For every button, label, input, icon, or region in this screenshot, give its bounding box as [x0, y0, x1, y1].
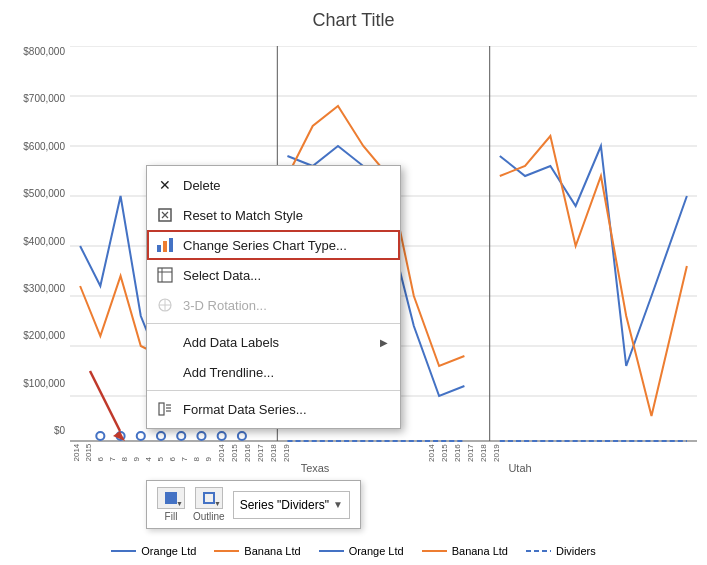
series-dropdown[interactable]: Series "Dividers" ▼	[233, 491, 350, 519]
svg-marker-20	[113, 431, 125, 441]
menu-item-delete-label: Delete	[183, 178, 221, 193]
legend-item-dividers: Dividers	[526, 545, 596, 557]
legend-item-banana-2: Banana Ltd	[422, 545, 508, 557]
3d-rotation-icon	[155, 295, 175, 315]
add-data-labels-arrow: ▶	[380, 337, 388, 348]
y-axis: $800,000 $700,000 $600,000 $500,000 $400…	[0, 36, 70, 436]
outline-button-row: ▼	[195, 487, 223, 509]
outline-group: ▼ Outline	[193, 487, 225, 522]
menu-item-reset-label: Reset to Match Style	[183, 208, 303, 223]
series-dropdown-label: Series "Dividers"	[240, 498, 329, 512]
legend-label-orange-2: Orange Ltd	[349, 545, 404, 557]
y-label-500k: $500,000	[23, 188, 65, 199]
y-label-600k: $600,000	[23, 141, 65, 152]
y-label-100k: $100,000	[23, 378, 65, 389]
series-dropdown-arrow: ▼	[333, 499, 343, 510]
menu-item-change-series-label: Change Series Chart Type...	[183, 238, 347, 253]
red-arrow	[80, 366, 130, 449]
legend-item-banana-1: Banana Ltd	[214, 545, 300, 557]
reset-icon	[155, 205, 175, 225]
format-series-icon	[155, 399, 175, 419]
y-label-200k: $200,000	[23, 330, 65, 341]
y-label-800k: $800,000	[23, 46, 65, 57]
menu-item-change-series[interactable]: Change Series Chart Type...	[147, 230, 400, 260]
svg-line-19	[90, 371, 120, 431]
select-data-icon	[155, 265, 175, 285]
menu-item-select-data-label: Select Data...	[183, 268, 261, 283]
svg-rect-34	[204, 493, 214, 503]
svg-rect-22	[157, 245, 161, 252]
menu-item-3d-rotation-label: 3-D Rotation...	[183, 298, 267, 313]
svg-rect-29	[159, 403, 164, 415]
legend-line-dividers	[526, 550, 551, 552]
menu-item-format-series[interactable]: Format Data Series...	[147, 394, 400, 424]
menu-item-select-data[interactable]: Select Data...	[147, 260, 400, 290]
y-label-400k: $400,000	[23, 236, 65, 247]
legend-line-orange-2	[319, 550, 344, 552]
x-axis-texas: 2014 2015 2016 2017 2018 2019 Texas	[215, 436, 415, 474]
outline-button[interactable]: ▼	[195, 487, 223, 509]
legend-label-banana-2: Banana Ltd	[452, 545, 508, 557]
legend-label-banana-1: Banana Ltd	[244, 545, 300, 557]
svg-rect-25	[158, 268, 172, 282]
trendline-icon	[155, 362, 175, 382]
legend-line-banana-2	[422, 550, 447, 552]
chart-container: Chart Title $800,000 $700,000 $600,000 $…	[0, 0, 707, 565]
fill-group: ▼ Fill	[157, 487, 185, 522]
y-label-700k: $700,000	[23, 93, 65, 104]
context-menu: ✕ Delete Reset to Match Style Change Ser…	[146, 165, 401, 429]
svg-rect-23	[163, 241, 167, 252]
menu-item-add-trendline-label: Add Trendline...	[183, 365, 274, 380]
outline-label: Outline	[193, 511, 225, 522]
y-label-300k: $300,000	[23, 283, 65, 294]
menu-item-3d-rotation: 3-D Rotation...	[147, 290, 400, 320]
delete-icon: ✕	[155, 175, 175, 195]
fill-dropdown-arrow: ▼	[176, 500, 183, 507]
legend-label-orange-1: Orange Ltd	[141, 545, 196, 557]
menu-item-add-data-labels[interactable]: Add Data Labels ▶	[147, 327, 400, 357]
legend-label-dividers: Dividers	[556, 545, 596, 557]
legend-line-banana-1	[214, 550, 239, 552]
fill-label: Fill	[165, 511, 178, 522]
utah-label: Utah	[425, 462, 615, 474]
menu-item-add-data-labels-label: Add Data Labels	[183, 335, 279, 350]
legend: Orange Ltd Banana Ltd Orange Ltd Banana …	[0, 545, 707, 557]
menu-item-reset[interactable]: Reset to Match Style	[147, 200, 400, 230]
chart-type-icon	[155, 235, 175, 255]
menu-item-add-trendline[interactable]: Add Trendline...	[147, 357, 400, 387]
legend-line-orange-1	[111, 550, 136, 552]
svg-rect-24	[169, 238, 173, 252]
fill-button[interactable]: ▼	[157, 487, 185, 509]
x-axis-utah: 2014 2015 2016 2017 2018 2019 Utah	[425, 436, 615, 474]
data-labels-icon	[155, 332, 175, 352]
bottom-toolbar: ▼ Fill ▼ Outline Series "Dividers" ▼	[146, 480, 361, 529]
menu-item-delete[interactable]: ✕ Delete	[147, 170, 400, 200]
menu-separator-1	[147, 323, 400, 324]
chart-title: Chart Title	[0, 0, 707, 36]
legend-item-orange-2: Orange Ltd	[319, 545, 404, 557]
menu-separator-2	[147, 390, 400, 391]
menu-item-format-series-label: Format Data Series...	[183, 402, 307, 417]
legend-item-orange-1: Orange Ltd	[111, 545, 196, 557]
y-label-0: $0	[54, 425, 65, 436]
texas-label: Texas	[215, 462, 415, 474]
fill-button-row: ▼	[157, 487, 185, 509]
outline-dropdown-arrow: ▼	[214, 500, 221, 507]
